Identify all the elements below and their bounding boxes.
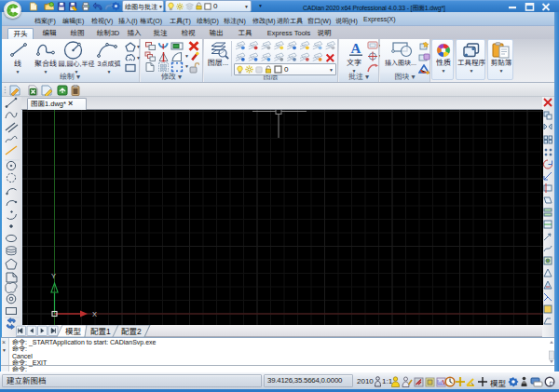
svg-text:Y: Y — [51, 272, 56, 280]
svg-text:配置1: 配置1 — [90, 327, 111, 336]
svg-text:A: A — [351, 41, 361, 56]
svg-text:模型: 模型 — [65, 327, 82, 336]
svg-text:配置2: 配置2 — [121, 327, 142, 336]
svg-text:X: X — [92, 310, 97, 318]
